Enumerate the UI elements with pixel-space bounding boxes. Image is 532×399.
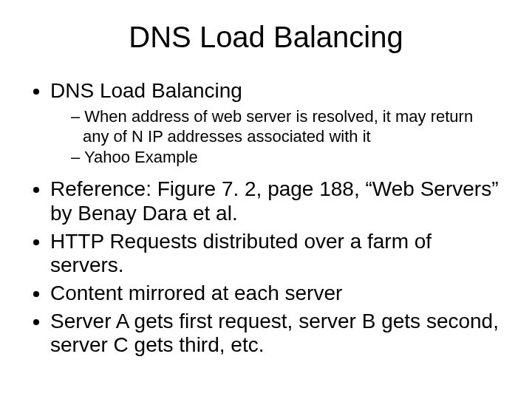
slide-title: DNS Load Balancing xyxy=(30,21,502,54)
bullet-text: DNS Load Balancing xyxy=(50,79,242,102)
bullet-item-3: HTTP Requests distributed over a farm of… xyxy=(50,230,502,277)
bullet-list: DNS Load Balancing When address of web s… xyxy=(30,79,502,358)
bullet-item-1: DNS Load Balancing When address of web s… xyxy=(50,79,502,167)
bullet-item-5: Server A gets first request, server B ge… xyxy=(50,310,502,357)
slide: DNS Load Balancing DNS Load Balancing Wh… xyxy=(0,0,532,399)
sub-bullet-list: When address of web server is resolved, … xyxy=(50,107,502,167)
sub-bullet-item-2: Yahoo Example xyxy=(71,148,502,167)
bullet-item-4: Content mirrored at each server xyxy=(50,282,502,305)
bullet-item-2: Reference: Figure 7. 2, page 188, “Web S… xyxy=(50,177,502,225)
sub-bullet-item-1: When address of web server is resolved, … xyxy=(71,107,502,146)
